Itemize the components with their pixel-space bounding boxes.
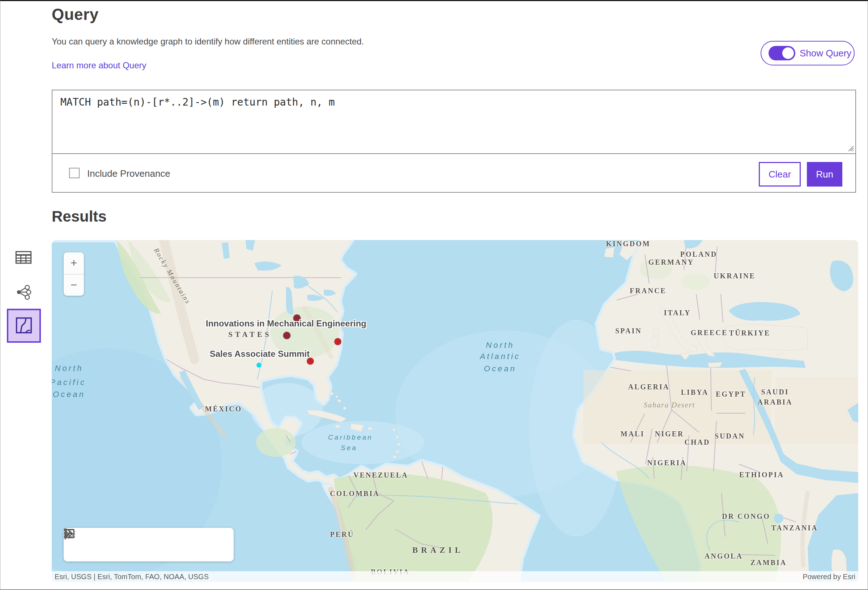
query-panel: MATCH path=(n)-[r*..2]->(m) return path,… bbox=[52, 90, 856, 193]
learn-more-link[interactable]: Learn more about Query bbox=[52, 60, 146, 71]
map-basemap-label: Ocean bbox=[484, 364, 517, 373]
map-marker[interactable] bbox=[335, 338, 341, 345]
run-button[interactable]: Run bbox=[807, 162, 842, 187]
map-basemap-label: SAUDI bbox=[761, 388, 789, 396]
zoom-in-button[interactable]: + bbox=[63, 252, 84, 274]
table-icon bbox=[15, 250, 32, 266]
select-cursor-icon[interactable] bbox=[109, 537, 125, 553]
map-basemap-label: ARABIA bbox=[758, 398, 793, 406]
include-provenance-label: Include Provenance bbox=[87, 168, 170, 179]
map-basemap-label: PERÚ bbox=[330, 530, 354, 539]
show-query-label: Show Query bbox=[800, 48, 851, 59]
map-basemap-label: TÜRKIYE bbox=[729, 329, 771, 337]
expand-toolbar-icon[interactable] bbox=[204, 537, 220, 553]
map-basemap-label: FRANCE bbox=[630, 287, 666, 295]
map-attribution: Esri, USGS | Esri, TomTom, FAO, NOAA, US… bbox=[52, 571, 858, 582]
provenance-row: Include Provenance Clear Run bbox=[52, 155, 855, 193]
map-basemap-label: VENEZUELA bbox=[353, 471, 408, 479]
show-query-toggle[interactable]: Show Query bbox=[760, 41, 855, 65]
map-basemap-label: Caribbean bbox=[328, 434, 373, 441]
map-basemap-label: Sahara Desert bbox=[644, 401, 695, 409]
map-basemap-label: LIBYA bbox=[681, 388, 709, 397]
map-basemap-label: North bbox=[55, 364, 84, 373]
toggle-switch-icon[interactable] bbox=[769, 46, 795, 60]
layer-list-icon[interactable] bbox=[78, 537, 94, 553]
select-by-rectangle-icon[interactable] bbox=[141, 537, 156, 553]
map-basemap-label: ANGOLA bbox=[704, 552, 743, 560]
map-basemap-label: Atlantic bbox=[480, 352, 520, 361]
page-description: You can query a knowledge graph to ident… bbox=[52, 37, 364, 47]
results-map[interactable]: Innovations in Mechanical EngineeringSal… bbox=[52, 240, 858, 582]
map-basemap-label: TANZANIA bbox=[771, 524, 818, 532]
map-marker[interactable] bbox=[307, 358, 314, 365]
query-page: Query You can query a knowledge graph to… bbox=[0, 0, 868, 590]
map-basemap-label: SPAIN bbox=[615, 327, 642, 335]
map-basemap-label: GREECE bbox=[691, 329, 728, 337]
map-basemap-label: POLAND bbox=[680, 250, 717, 258]
map-basemap-label: CHAD bbox=[685, 438, 710, 447]
map-basemap-label: Sea bbox=[341, 444, 357, 452]
map-basemap-label: NIGERIA bbox=[647, 459, 687, 467]
map-basemap-label: MALI bbox=[621, 430, 645, 438]
attribution-sources: Esri, USGS | Esri, TomTom, FAO, NOAA, US… bbox=[52, 573, 209, 581]
map-toolbar bbox=[63, 528, 234, 562]
map-marker[interactable] bbox=[283, 332, 291, 339]
query-input[interactable]: MATCH path=(n)-[r*..2]->(m) return path,… bbox=[52, 90, 855, 154]
map-marker[interactable] bbox=[293, 314, 301, 322]
results-title: Results bbox=[52, 208, 107, 225]
map-basemap-label: GERMANY bbox=[648, 258, 694, 267]
map-basemap-label: DR CONGO bbox=[722, 512, 770, 521]
map-annotation-label: Sales Associate Summit bbox=[210, 349, 310, 359]
map-annotation-label: Innovations in Mechanical Engineering bbox=[206, 319, 366, 329]
clear-button[interactable]: Clear bbox=[759, 162, 801, 187]
attribution-powered-by: Powered by Esri bbox=[803, 573, 858, 581]
map-basemap-label: COLOMBIA bbox=[330, 490, 379, 498]
select-by-polygon-icon[interactable] bbox=[172, 537, 188, 553]
map-basemap-label: NIGER bbox=[655, 430, 684, 438]
map-basemap-label: ZAMBIA bbox=[750, 559, 787, 567]
map-basemap-label: Rocky Mountains bbox=[152, 246, 192, 305]
include-provenance-checkbox[interactable] bbox=[69, 168, 80, 178]
map-basemap-label: SUDAN bbox=[714, 432, 745, 440]
zoom-out-button[interactable]: − bbox=[63, 274, 84, 296]
resize-handle-icon[interactable] bbox=[847, 145, 854, 152]
map-marker-selected[interactable] bbox=[257, 363, 261, 368]
zoom-control: + − bbox=[63, 252, 84, 296]
map-basemap-label: North bbox=[486, 341, 515, 350]
map-basemap-label: Pacific bbox=[52, 378, 86, 387]
map-basemap-label: MÉXICO bbox=[205, 405, 242, 413]
map-basemap-label: UKRAINE bbox=[714, 272, 755, 280]
map-basemap-label: KINGDOM bbox=[606, 240, 650, 248]
map-basemap-label: Ocean bbox=[53, 390, 86, 399]
view-map-button-selected[interactable] bbox=[7, 309, 41, 343]
map-basemap-label: BRAZIL bbox=[412, 546, 464, 555]
link-chart-icon bbox=[15, 284, 32, 301]
map-basemap-label: EGYPT bbox=[716, 390, 746, 398]
view-table-button[interactable] bbox=[15, 249, 32, 267]
map-basemap-label: ETHIOPIA bbox=[739, 471, 784, 479]
view-link-chart-button[interactable] bbox=[15, 284, 32, 301]
map-basemap-label: ALGERIA bbox=[628, 383, 669, 391]
map-icon bbox=[16, 317, 32, 335]
map-basemap-label: STATES bbox=[228, 330, 271, 339]
map-basemap-label: ITALY bbox=[664, 309, 691, 317]
page-title: Query bbox=[52, 6, 99, 24]
